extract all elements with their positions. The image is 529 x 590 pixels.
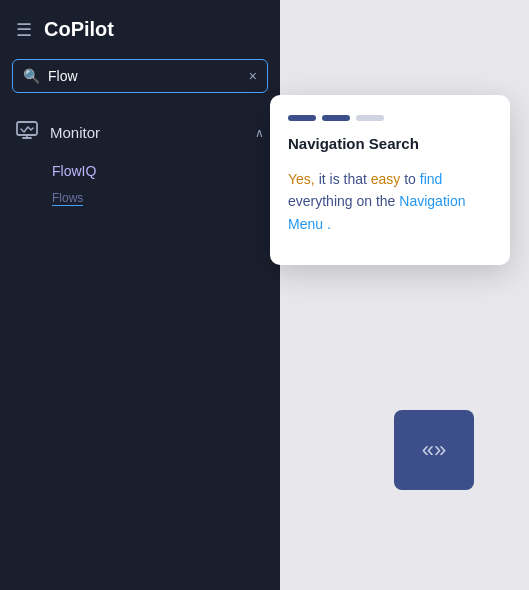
monitor-chevron-icon: ∧ [255,126,264,140]
code-icon: «» [422,437,446,463]
dot-3 [356,115,384,121]
flowiq-label: FlowIQ [52,163,96,179]
tooltip-text-yes: Yes, [288,171,315,187]
search-container: 🔍 × [0,59,280,109]
main-content: «» ✅ [280,0,529,590]
dot-1 [288,115,316,121]
flowiq-nav-item[interactable]: FlowIQ [52,156,280,186]
tooltip-text-find: find [420,171,443,187]
tooltip-text-period: . [327,216,331,232]
nav-section: Monitor ∧ FlowIQ Flows [0,109,280,590]
code-widget[interactable]: «» [394,410,474,490]
search-icon: 🔍 [23,68,40,84]
tooltip-title: Navigation Search [288,135,492,152]
dot-2 [322,115,350,121]
hamburger-icon[interactable]: ☰ [16,19,32,41]
flows-nav-item[interactable]: Flows [52,186,280,208]
search-box: 🔍 × [12,59,268,93]
monitor-icon [16,119,38,146]
monitor-sub-items: FlowIQ Flows [0,156,280,208]
tooltip-body: Yes, it is that easy to find everything … [288,168,492,235]
app-title: CoPilot [44,18,114,41]
navigation-search-tooltip: Navigation Search Yes, it is that easy t… [270,95,510,265]
monitor-nav-left: Monitor [16,119,100,146]
tooltip-text-it: it is that [319,171,371,187]
flows-label: Flows [52,191,83,206]
tooltip-text-everything: everything on the [288,193,399,209]
search-clear-icon[interactable]: × [249,68,257,84]
monitor-nav-item[interactable]: Monitor ∧ [0,109,280,156]
monitor-label: Monitor [50,124,100,141]
search-input[interactable] [48,68,241,84]
tooltip-text-to: to [404,171,420,187]
tooltip-text-easy: easy [371,171,401,187]
sidebar-header: ☰ CoPilot [0,0,280,59]
sidebar: ☰ CoPilot 🔍 × Monitor ∧ [0,0,280,590]
tooltip-progress-dots [288,115,492,121]
